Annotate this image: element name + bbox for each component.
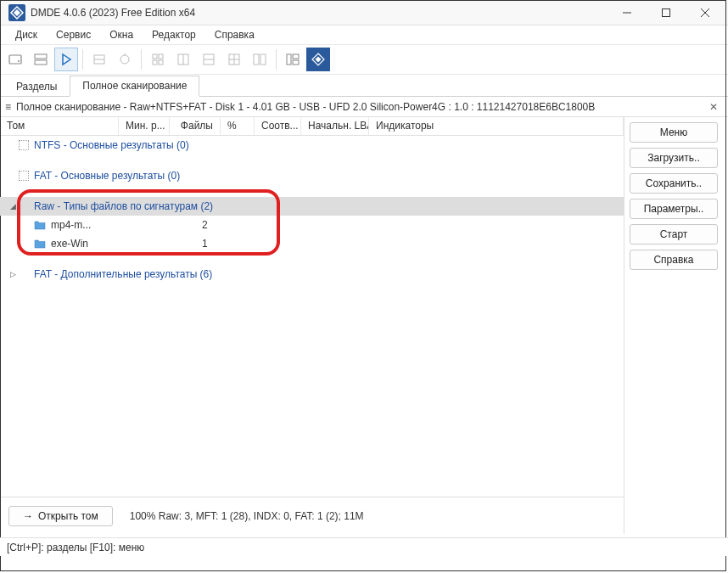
expand-icon[interactable]: ▷ <box>7 270 19 278</box>
arrow-right-icon: → <box>23 510 33 522</box>
col-percent[interactable]: % <box>221 117 255 135</box>
menu-windows[interactable]: Окна <box>101 27 142 42</box>
col-files[interactable]: Файлы <box>170 117 221 135</box>
toolbar-grid1-icon[interactable] <box>146 48 170 71</box>
collapse-icon[interactable]: ◢ <box>7 202 19 211</box>
close-button[interactable] <box>686 0 725 25</box>
toolbar-grid2-icon[interactable] <box>171 48 195 71</box>
tabs: Разделы Полное сканирование <box>0 75 728 97</box>
tree-ntfs-main[interactable]: NTFS - Основные результаты (0) <box>0 136 624 154</box>
svg-rect-8 <box>35 60 47 65</box>
menu-help[interactable]: Справка <box>206 27 263 42</box>
menu-service[interactable]: Сервис <box>48 27 99 42</box>
svg-rect-16 <box>159 60 163 65</box>
sidebar-menu-button[interactable]: Меню <box>630 122 718 143</box>
title-bar: DMDE 4.0.6 (2023) Free Edition x64 <box>0 0 728 25</box>
status-text: [Ctrl+P]: разделы [F10]: меню <box>7 542 144 553</box>
close-panel-icon[interactable]: ✕ <box>704 101 723 113</box>
minimize-button[interactable] <box>608 0 647 25</box>
open-volume-button[interactable]: → Открыть том <box>8 506 113 526</box>
tree-raw-signatures[interactable]: ◢ Raw - Типы файлов по сигнатурам (2) <box>0 197 624 216</box>
toolbar-grid5-icon[interactable] <box>248 48 272 71</box>
app-icon <box>8 4 25 21</box>
toolbar <box>0 44 728 75</box>
sidebar-load-button[interactable]: Загрузить.. <box>630 148 718 168</box>
col-min-size[interactable]: Мин. р... <box>119 117 170 135</box>
results-tree[interactable]: NTFS - Основные результаты (0) FAT - Осн… <box>0 136 624 497</box>
checkbox-icon[interactable] <box>19 171 29 181</box>
svg-point-6 <box>18 60 20 62</box>
checkbox-icon[interactable] <box>19 140 29 150</box>
sidebar-help-button[interactable]: Справка <box>630 250 718 270</box>
window-title: DMDE 4.0.6 (2023) Free Edition x64 <box>31 7 608 19</box>
svg-rect-24 <box>254 54 259 65</box>
svg-rect-15 <box>153 60 157 65</box>
list-icon: ≡ <box>5 101 11 113</box>
svg-rect-2 <box>663 8 670 16</box>
bottom-bar: → Открыть том 100% Raw: 3, MFT: 1 (28), … <box>0 497 624 534</box>
info-text: Полное сканирование - Raw+NTFS+FAT - Dis… <box>16 101 704 113</box>
folder-icon <box>34 239 46 249</box>
svg-rect-25 <box>260 54 266 65</box>
svg-rect-28 <box>293 60 299 65</box>
menu-editor[interactable]: Редактор <box>143 27 204 42</box>
toolbar-grid3-icon[interactable] <box>197 48 221 71</box>
col-match[interactable]: Соотв... <box>255 117 301 135</box>
tree-raw-item-exe[interactable]: exe-Win 1 <box>0 234 624 253</box>
col-indicators[interactable]: Индикаторы <box>369 117 624 135</box>
tab-full-scan[interactable]: Полное сканирование <box>70 76 199 97</box>
toolbar-play-icon[interactable] <box>54 48 78 71</box>
svg-rect-26 <box>287 54 291 65</box>
svg-rect-5 <box>9 55 21 64</box>
tree-raw-item-mp4[interactable]: mp4-m... 2 <box>0 216 624 234</box>
toolbar-layout-icon[interactable] <box>281 48 305 71</box>
svg-rect-7 <box>35 54 47 59</box>
svg-rect-13 <box>153 54 157 59</box>
toolbar-tool2-icon[interactable] <box>113 48 137 71</box>
tree-fat-extra[interactable]: ▷ FAT - Дополнительные результаты (6) <box>0 265 624 284</box>
toolbar-logo-icon[interactable] <box>306 48 330 71</box>
maximize-button[interactable] <box>647 0 686 25</box>
svg-point-11 <box>120 55 129 64</box>
toolbar-grid4-icon[interactable] <box>222 48 246 71</box>
tree-fat-main[interactable]: FAT - Основные результаты (0) <box>0 166 624 185</box>
info-bar: ≡ Полное сканирование - Raw+NTFS+FAT - D… <box>0 97 728 117</box>
svg-rect-27 <box>293 54 299 59</box>
sidebar-start-button[interactable]: Старт <box>630 224 718 244</box>
menu-bar: Диск Сервис Окна Редактор Справка <box>0 25 728 44</box>
tab-partitions[interactable]: Разделы <box>3 76 70 96</box>
toolbar-tool1-icon[interactable] <box>87 48 111 71</box>
col-lba[interactable]: Начальн. LBA <box>301 117 369 135</box>
toolbar-partitions-icon[interactable] <box>29 48 53 71</box>
sidebar-save-button[interactable]: Сохранить.. <box>630 173 718 194</box>
col-volume[interactable]: Том <box>0 117 119 135</box>
sidebar: Меню Загрузить.. Сохранить.. Параметры..… <box>624 117 728 534</box>
sidebar-params-button[interactable]: Параметры.. <box>630 199 718 219</box>
column-headers: Том Мин. р... Файлы % Соотв... Начальн. … <box>0 117 624 136</box>
folder-icon <box>34 220 46 230</box>
menu-disk[interactable]: Диск <box>7 27 46 42</box>
svg-rect-14 <box>159 54 163 59</box>
status-bar: [Ctrl+P]: разделы [F10]: меню <box>0 537 728 556</box>
toolbar-disk-icon[interactable] <box>3 48 27 71</box>
scan-stats: 100% Raw: 3, MFT: 1 (28), INDX: 0, FAT: … <box>130 510 364 522</box>
